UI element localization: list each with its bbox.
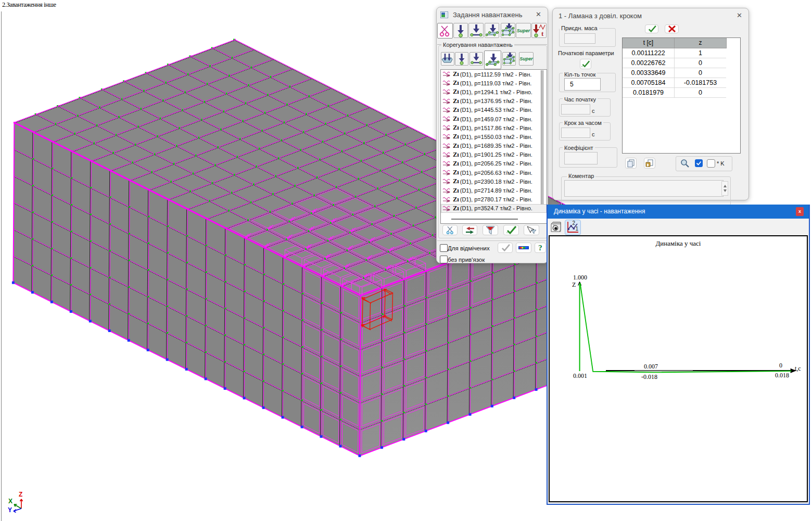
- svg-text:Z: Z: [19, 491, 22, 498]
- svg-text:1: 1: [576, 226, 579, 232]
- svg-text:0.018: 0.018: [775, 372, 789, 379]
- svg-text:X: X: [8, 498, 12, 505]
- svg-text:2: 2: [573, 220, 576, 226]
- svg-text:t: t: [541, 30, 544, 37]
- svg-text:1.000: 1.000: [573, 274, 587, 281]
- svg-text:0.001: 0.001: [573, 372, 587, 379]
- svg-text:0: 0: [779, 362, 782, 369]
- svg-text:0.007: 0.007: [644, 363, 658, 370]
- svg-text:2.Завантаження інше: 2.Завантаження інше: [2, 1, 56, 8]
- svg-text:-0.018: -0.018: [641, 373, 657, 380]
- svg-text:Y: Y: [8, 506, 12, 514]
- svg-text:t,c: t,c: [795, 365, 801, 372]
- svg-text:Z: Z: [572, 281, 576, 288]
